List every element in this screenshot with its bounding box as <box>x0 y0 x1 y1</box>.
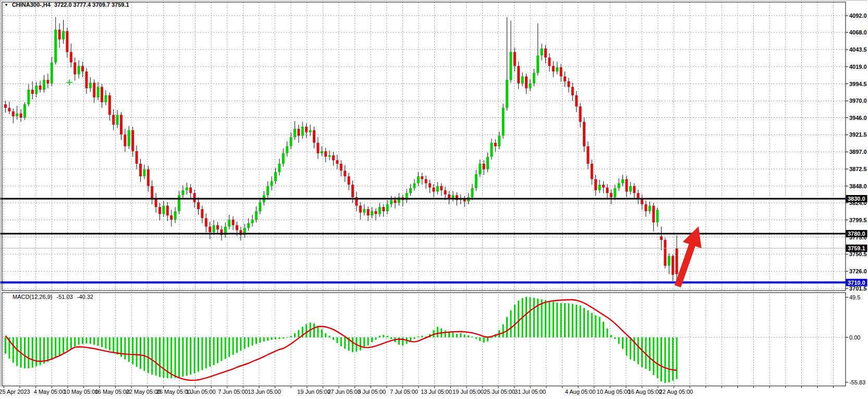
price-tick-label: 3994.5 <box>849 81 867 87</box>
time-tick-label: 13 Jul 05:00 <box>421 389 452 395</box>
time-tick-label: 22 Aug 05:00 <box>659 389 693 395</box>
time-tick-label: 13 Jun 05:00 <box>248 389 281 395</box>
time-tick-label: 19 Jul 05:00 <box>453 389 484 395</box>
chart-title: ▼ CHINA300-,H4 3722.0 3777.4 3709.7 3759… <box>4 2 129 8</box>
macd-indicator-label: MACD(12,26,9) -51.03 -40.32 <box>13 294 96 300</box>
price-tag-resistance-1: 3830.0 <box>846 195 867 202</box>
macd-axis: 49.50.00-55.83 <box>846 294 865 385</box>
symbol-dropdown-icon[interactable]: ▼ <box>4 2 8 8</box>
price-tick-label: 4019.0 <box>849 64 867 70</box>
bar-ohlc-label: 3722.0 3777.4 3709.7 3759.1 <box>54 2 129 8</box>
main-panel-border <box>2 2 846 291</box>
time-tick-label: 31 Jul 05:00 <box>515 389 546 395</box>
time-tick-label: 1 Jun 05:00 <box>186 389 216 395</box>
macd-scale-label: 49.5 <box>849 294 860 300</box>
svg-text:3759.1: 3759.1 <box>848 245 865 251</box>
time-tick-label: 4 Aug 05:00 <box>565 389 596 395</box>
time-tick-label: 7 Jun 05:00 <box>218 389 248 395</box>
price-tick-label: 3848.0 <box>849 183 867 189</box>
macd-histogram <box>5 297 678 383</box>
macd-scale-label: 0.00 <box>849 334 860 341</box>
price-gridlines <box>2 16 846 337</box>
svg-text:3710.0: 3710.0 <box>848 280 865 286</box>
mt4-chart-window: 4092.04068.04043.54019.03994.53970.03946… <box>0 0 868 399</box>
time-tick-label: 16 Aug 05:00 <box>628 389 662 395</box>
time-tick-label: 10 Aug 05:00 <box>597 389 631 395</box>
time-tick-label: 27 Jun 05:00 <box>327 389 361 395</box>
price-tick-label: 3946.0 <box>849 115 867 121</box>
macd-main-value: -51.03 <box>56 294 72 300</box>
time-axis: 25 Apr 20234 May 05:0010 May 05:0016 May… <box>0 386 834 395</box>
candlesticks <box>4 17 678 283</box>
price-tag-support: 3710.0 <box>846 279 867 286</box>
price-tick-label: 4043.5 <box>849 46 867 53</box>
price-tick-label: 3921.5 <box>849 131 867 138</box>
vertical-gridlines <box>4 2 833 386</box>
panel-splitter[interactable] <box>2 291 846 292</box>
price-tick-label: 3799.5 <box>849 217 867 223</box>
price-tick-label: 4092.0 <box>849 13 867 19</box>
price-tick-label: 3701.5 <box>849 285 867 292</box>
time-tick-label: 3 Jul 05:00 <box>358 389 386 395</box>
time-tick-label: 16 May 05:00 <box>95 389 130 395</box>
price-tick-label: 3726.0 <box>849 268 867 274</box>
price-tick-label: 3872.5 <box>849 166 867 172</box>
macd-name: MACD(12,26,9) <box>13 294 52 300</box>
time-tick-label: 7 Jul 05:00 <box>390 389 418 395</box>
svg-text:3780.0: 3780.0 <box>848 231 865 237</box>
price-tick-label: 3897.0 <box>849 149 867 155</box>
up-arrow-annotation[interactable] <box>675 226 702 287</box>
price-tag-current: 3759.1 <box>846 245 867 252</box>
time-tick-label: 25 Apr 2023 <box>0 389 30 395</box>
time-tick-label: 25 Jul 05:00 <box>484 389 515 395</box>
time-tick-label: 22 May 05:00 <box>126 389 161 395</box>
crosshair-marker <box>66 79 72 86</box>
price-tag-resistance-2: 3780.0 <box>846 230 867 237</box>
price-tick-label: 3750.5 <box>849 251 867 257</box>
time-tick-label: 10 May 05:00 <box>64 389 99 395</box>
macd-scale-label: -55.83 <box>849 379 865 385</box>
price-tick-label: 3970.0 <box>849 98 867 104</box>
time-tick-label: 19 Jun 05:00 <box>297 389 331 395</box>
symbol-period-label: CHINA300-,H4 <box>12 2 51 8</box>
time-tick-label: 4 May 05:00 <box>34 389 66 395</box>
macd-signal-value: -40.32 <box>77 294 93 300</box>
chart-canvas[interactable]: 4092.04068.04043.54019.03994.53970.03946… <box>0 0 868 399</box>
price-tick-label: 4068.0 <box>849 29 867 35</box>
svg-text:3830.0: 3830.0 <box>848 196 865 202</box>
